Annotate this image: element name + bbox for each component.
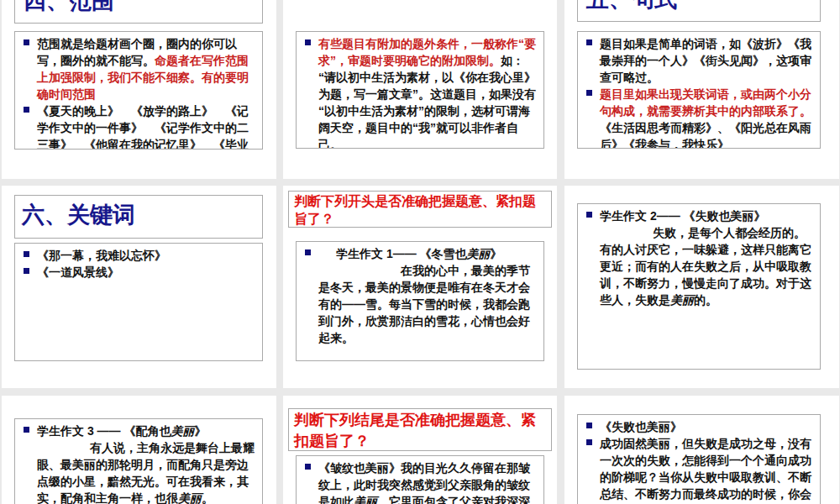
essay-paragraph: 有人说，主角永远是舞台上最耀眼、最美丽的那轮明月，而配角只是旁边点缀的小星，黯然… <box>37 439 255 504</box>
body-box: 学生作文 3 —— 《配角也美丽》 有人说，主角永远是舞台上最耀眼、最美丽的那轮… <box>14 418 263 504</box>
body-text: 《生活因思考而精彩》、《阳光总在风雨后》《我参与，我快乐》 <box>600 121 811 149</box>
body-text: 学生作文 2—— 《失败也美丽》 <box>600 209 766 223</box>
slide-sorter-grid: 四、范围 范围就是给题材画个圈，圈内的你可以写，圈外的就不能写。命题者在写作范围… <box>0 0 840 504</box>
bullet-item: 题目里如果出现关联词语，或由两个小分句构成，就需要辨析其中的内部联系了。《生活因… <box>583 86 813 149</box>
bullet-icon <box>586 39 592 45</box>
bullet-icon <box>24 268 29 274</box>
italic-text: 美丽 <box>178 491 202 504</box>
bullet-icon <box>24 427 29 433</box>
slide-thumb-judge-endings[interactable]: 判断下列结尾是否准确把握题意、紧扣题旨了？ 《皱纹也美丽》我的目光久久停留在那皱… <box>283 396 557 504</box>
bullet-icon <box>305 39 311 45</box>
body-text: 。 <box>202 491 213 504</box>
slide-title-alert: 判断下列开头是否准确把握题意、紧扣题旨了？ <box>289 192 551 228</box>
bullet-item: 范围就是给题材画个圈，圈内的你可以写，圈外的就不能写。命题者在写作范围上加强限制… <box>20 35 255 102</box>
bullet-icon <box>24 39 29 45</box>
essay-paragraph: 失败，是每个人都会经历的。有的人讨厌它，一味躲避，这样只能离它更近；而有的人在失… <box>600 224 813 308</box>
body-text: 在我的心中，最美的季节是冬天，最美的景物便是唯有在冬天才会有的——雪。每当下雪的… <box>318 264 530 344</box>
body-box: 题目如果是简单的词语，如《波折》《我最崇拜的一个人》《街头见闻》，这项审查可略过… <box>577 31 821 149</box>
title-box: 六、关键词 <box>14 195 263 239</box>
italic-text: 美丽 <box>670 293 694 307</box>
bullet-item: 成功固然美丽，但失败是成功之母，没有一次次的失败，怎能得到一个个通向成功的阶梯呢… <box>583 435 813 504</box>
body-text: 如：“请以初中生活为素材，以《你在我心里》为题，写一篇文章”。这道题目，如果没有… <box>318 54 536 149</box>
body-text: 《那一幕，我难以忘怀》 <box>37 249 166 262</box>
bullet-item: 《那一幕，我难以忘怀》 <box>20 247 255 264</box>
bullet-item: 《皱纹也美丽》我的目光久久停留在那皱纹上，此时我突然感觉到父亲眼角的皱纹是如此美… <box>302 459 537 504</box>
body-box: 学生作文 1—— 《冬雪也美丽》 在我的心中，最美的季节是冬天，最美的景物便是唯… <box>296 241 544 361</box>
body-box: 《那一幕，我难以忘怀》 《一道风景线》 <box>14 243 263 361</box>
body-text: 《夏天的晚上》 《放学的路上》 《记学作文中的一件事》 《记学作文中的二三事》 … <box>37 104 249 150</box>
body-text: 的。 <box>694 293 717 307</box>
body-text: 《失败也美丽》 <box>600 420 682 433</box>
italic-text: 美丽 <box>171 424 194 438</box>
slide-title: 五、句式 <box>586 0 677 11</box>
bullet-icon <box>586 423 592 428</box>
body-box: 《失败也美丽》 成功固然美丽，但失败是成功之母，没有一次次的失败，怎能得到一个个… <box>577 414 821 504</box>
slide-thumb-scope[interactable]: 四、范围 范围就是给题材画个圈，圈内的你可以写，圈外的就不能写。命题者在写作范围… <box>2 0 276 179</box>
bullet-icon <box>24 107 29 113</box>
slide-thumb-extra-requirements[interactable]: 有些题目有附加的题外条件，一般称作“要求”，审题时要明确它的附加限制。如：“请以… <box>283 0 557 179</box>
bullet-item: 题目如果是简单的词语，如《波折》《我最崇拜的一个人》《街头见闻》，这项审查可略过… <box>583 35 813 86</box>
slide-thumb-failure-beautiful[interactable]: 《失败也美丽》 成功固然美丽，但失败是成功之母，没有一次次的失败，怎能得到一个个… <box>564 396 839 504</box>
body-box: 《皱纹也美丽》我的目光久久停留在那皱纹上，此时我突然感觉到父亲眼角的皱纹是如此美… <box>296 455 544 504</box>
bullet-icon <box>24 251 29 257</box>
slide-title-alert: 判断下列结尾是否准确把握题意、紧扣题旨了？ <box>289 409 551 451</box>
bullet-item: 《一道风景线》 <box>20 264 255 281</box>
bullet-icon <box>586 212 592 218</box>
body-text: 有人说，主角永远是舞台上最耀眼、最美丽的那轮明月，而配角只是旁边点缀的小星，黯然… <box>37 441 255 504</box>
italic-text: 美丽 <box>354 495 377 504</box>
slide-thumb-student-essay-2[interactable]: 学生作文 2—— 《失败也美丽》 失败，是每个人都会经历的。有的人讨厌它，一味躲… <box>564 186 839 388</box>
title-box: 判断下列开头是否准确把握题意、紧扣题旨了？ <box>288 191 552 228</box>
bullet-icon <box>586 439 592 445</box>
body-text: 成功固然美丽，但失败是成功之母，没有一次次的失败，怎能得到一个个通向成功的阶梯呢… <box>600 437 811 504</box>
body-text: 《一道风景线》 <box>37 265 119 279</box>
essay-heading: 学生作文 2—— 《失败也美丽》 <box>600 207 813 224</box>
essay-heading: 学生作文 3 —— 《配角也美丽》 <box>37 423 255 439</box>
body-text: ，它里面包含了父亲对我深深 <box>377 495 530 504</box>
body-box: 学生作文 2—— 《失败也美丽》 失败，是每个人都会经历的。有的人讨厌它，一味躲… <box>577 203 821 370</box>
title-box: 五、句式 <box>577 0 821 22</box>
slide-thumb-student-essay-3[interactable]: 学生作文 3 —— 《配角也美丽》 有人说，主角永远是舞台上最耀眼、最美丽的那轮… <box>2 396 276 504</box>
bullet-icon <box>305 464 311 470</box>
body-text: 》 <box>491 247 502 260</box>
essay-paragraph: 在我的心中，最美的季节是冬天，最美的景物便是唯有在冬天才会有的——雪。每当下雪的… <box>318 262 537 346</box>
slide-title: 四、范围 <box>24 0 114 13</box>
bullet-item: 学生作文 1—— 《冬雪也美丽》 在我的心中，最美的季节是冬天，最美的景物便是唯… <box>302 245 537 346</box>
italic-text: 美丽 <box>467 247 491 260</box>
bullet-item: 《夏天的晚上》 《放学的路上》 《记学作文中的一件事》 《记学作文中的二三事》 … <box>20 102 255 150</box>
emphasis-text: 题目里如果出现关联词语，或由两个小分句构成，就需要辨析其中的内部联系了。 <box>600 87 811 118</box>
bullet-icon <box>305 249 311 255</box>
bullet-item: 《失败也美丽》 <box>583 418 813 435</box>
body-text: 》 <box>194 424 206 438</box>
essay-heading: 学生作文 1—— 《冬雪也美丽》 <box>318 245 537 262</box>
slide-thumb-judge-openings[interactable]: 判断下列开头是否准确把握题意、紧扣题旨了？ 学生作文 1—— 《冬雪也美丽》 在… <box>283 186 557 388</box>
body-box: 有些题目有附加的题外条件，一般称作“要求”，审题时要明确它的附加限制。如：“请以… <box>296 31 544 149</box>
body-text: 学生作文 1—— 《冬雪也 <box>336 247 467 260</box>
slide-thumb-keywords[interactable]: 六、关键词 《那一幕，我难以忘怀》 《一道风景线》 <box>2 186 276 388</box>
title-box: 四、范围 <box>14 0 263 24</box>
body-text: 题目如果是简单的词语，如《波折》《我最崇拜的一个人》《街头见闻》，这项审查可略过… <box>600 37 811 84</box>
slide-title: 六、关键词 <box>15 196 262 227</box>
title-box: 判断下列结尾是否准确把握题意、紧扣题旨了？ <box>288 408 552 451</box>
bullet-icon <box>586 90 592 96</box>
body-box: 范围就是给题材画个圈，圈内的你可以写，圈外的就不能写。命题者在写作范围上加强限制… <box>14 31 263 150</box>
bullet-item: 学生作文 2—— 《失败也美丽》 失败，是每个人都会经历的。有的人讨厌它，一味躲… <box>583 207 813 308</box>
body-text: 学生作文 3 —— 《配角也 <box>37 424 171 438</box>
bullet-item: 学生作文 3 —— 《配角也美丽》 有人说，主角永远是舞台上最耀眼、最美丽的那轮… <box>20 423 255 504</box>
slide-thumb-sentence-pattern[interactable]: 五、句式 题目如果是简单的词语，如《波折》《我最崇拜的一个人》《街头见闻》，这项… <box>564 0 839 179</box>
bullet-item: 有些题目有附加的题外条件，一般称作“要求”，审题时要明确它的附加限制。如：“请以… <box>302 35 537 149</box>
